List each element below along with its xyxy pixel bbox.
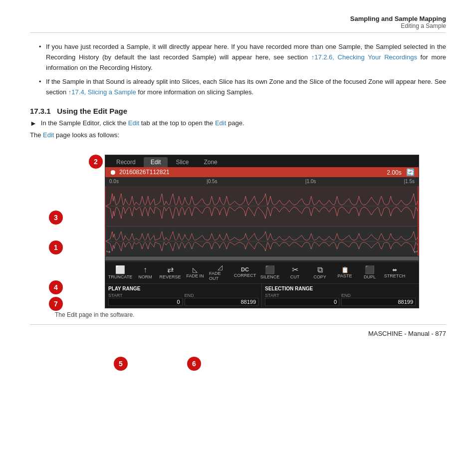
callout-4: 4 (49, 280, 63, 294)
copy-label: COPY (313, 274, 326, 279)
mark-0: 0.0s (109, 179, 119, 184)
truncate-label: TRUNCATE (108, 274, 132, 279)
waveform-svg-bottom: ↪ ↩ (105, 227, 419, 256)
callout-3: 3 (49, 211, 63, 225)
silence-btn[interactable]: ⬛ SILENCE (258, 265, 282, 280)
footer-text: MASCHINE - Manual - 877 (368, 330, 446, 337)
silence-icon: ⬛ (265, 266, 275, 274)
file-duration: 2.00s 🔄 (387, 168, 415, 176)
selection-range-label: SELECTION RANGE (265, 286, 416, 291)
play-range-fields: START 0 END 88199 (108, 293, 258, 306)
cut-label: CUT (290, 274, 300, 279)
silence-label: SILENCE (260, 274, 280, 279)
sel-end-value[interactable]: 88199 (341, 298, 416, 306)
mark-10: |1.0s (305, 179, 316, 184)
play-range-label: PLAY RANGE (108, 286, 258, 291)
editor-ui: Record Edit Slice Zone ⏺ 20160826T112821… (105, 155, 419, 308)
link-edit-page[interactable]: Edit (215, 119, 226, 127)
timeline-bar: 0.0s |0.5s |1.0s |1.5s (105, 177, 419, 186)
chapter-title: Sampling and Sample Mapping (30, 15, 446, 22)
truncate-btn[interactable]: ⬜ TRUNCATE (108, 265, 132, 280)
reverse-label: REVERSE (159, 274, 181, 279)
copy-btn[interactable]: ⧉ COPY (308, 265, 332, 280)
correct-btn[interactable]: DC CORRECT (233, 266, 257, 279)
svg-text:↩: ↩ (414, 249, 418, 254)
play-range-section: PLAY RANGE START 0 END 88199 (105, 284, 262, 308)
play-start-field: START 0 (108, 293, 183, 306)
callout-2: 2 (89, 155, 103, 169)
section-subtitle: Editing a Sample (30, 22, 446, 29)
link-edit-tab[interactable]: Edit (128, 119, 139, 127)
copy-icon: ⧉ (317, 266, 323, 274)
page: Sampling and Sample Mapping Editing a Sa… (0, 0, 476, 476)
tab-slice[interactable]: Slice (169, 157, 196, 167)
waveform-top (105, 186, 419, 226)
norm-icon: ↑ (143, 266, 147, 274)
sel-end-field: END 88199 (341, 293, 416, 306)
stretch-icon: ⬌ (392, 267, 397, 273)
correct-icon: DC (241, 267, 249, 272)
dupl-label: DUPL (364, 274, 376, 279)
scroll-thumb[interactable] (105, 256, 419, 260)
paste-icon: 📋 (341, 267, 349, 273)
fadein-icon: ◺ (193, 266, 198, 273)
correct-label: CORRECT (234, 273, 256, 278)
fadein-btn[interactable]: ◺ FADE IN (183, 265, 207, 279)
loop-icon: 🔄 (406, 168, 415, 176)
file-bar: ⏺ 20160826T112821 2.00s 🔄 (105, 167, 419, 177)
link-slicing[interactable]: ↑17.4, Slicing a Sample (68, 88, 136, 96)
link-recordings[interactable]: ↑17.2.6, Checking Your Recordings (311, 53, 417, 61)
page-header: Sampling and Sample Mapping Editing a Sa… (30, 15, 446, 33)
section-number: 17.3.1 (30, 107, 51, 115)
editor-section: 2 3 1 4 7 Record Edit Slice Zone ⏺ 20160… (55, 155, 446, 308)
ranges-bar: PLAY RANGE START 0 END 88199 SELECTION R… (105, 283, 419, 308)
toolbar: ⬜ TRUNCATE ↑ NORM ⇄ REVERSE ◺ FADE IN ◿ (105, 261, 419, 283)
arrow-icon: ► (30, 119, 37, 127)
link-edit-intro[interactable]: Edit (43, 131, 54, 139)
timeline-marks: 0.0s |0.5s |1.0s |1.5s (109, 179, 415, 184)
callout-5: 5 (114, 357, 128, 371)
instruction-text: In the Sample Editor, click the Edit tab… (41, 119, 244, 127)
cut-icon: ✂ (292, 266, 298, 274)
bullet-list: If you have just recorded a Sample, it w… (39, 42, 446, 98)
play-start-label: START (108, 293, 183, 298)
waveform-bottom: ↪ ↩ (105, 226, 419, 256)
mark-05: |0.5s (207, 179, 218, 184)
sel-end-label: END (341, 293, 416, 298)
tab-record[interactable]: Record (109, 157, 143, 167)
reverse-btn[interactable]: ⇄ REVERSE (158, 265, 182, 280)
norm-label: NORM (138, 274, 152, 279)
filename: 20160826T112821 (119, 169, 170, 176)
play-end-label: END (185, 293, 259, 298)
fadeout-btn[interactable]: ◿ FADE OUT (208, 263, 232, 282)
bullet-text2-after: for more information on slicing Samples. (136, 88, 254, 96)
callout-6: 6 (187, 357, 201, 371)
scroll-bar[interactable] (105, 256, 419, 261)
play-end-value[interactable]: 88199 (185, 298, 259, 306)
record-icon: ⏺ (109, 168, 116, 176)
list-item: If you have just recorded a Sample, it w… (39, 42, 446, 73)
callout-7: 7 (49, 297, 63, 311)
norm-btn[interactable]: ↑ NORM (133, 265, 157, 280)
sel-start-field: START 0 (265, 293, 339, 306)
list-item: If the Sample in that Sound is already s… (39, 77, 446, 98)
dupl-icon: ⬛ (365, 266, 375, 274)
fadein-label: FADE IN (186, 273, 204, 278)
tab-zone[interactable]: Zone (197, 157, 224, 167)
fadeout-icon: ◿ (218, 264, 223, 270)
waveform-svg-top (105, 186, 419, 226)
paste-btn[interactable]: 📋 PASTE (333, 266, 357, 279)
play-start-value[interactable]: 0 (108, 298, 183, 306)
page-footer: MASCHINE - Manual - 877 (30, 324, 446, 337)
dupl-btn[interactable]: ⬛ DUPL (358, 265, 382, 280)
sel-start-value[interactable]: 0 (265, 298, 339, 306)
tab-bar: Record Edit Slice Zone (105, 155, 419, 167)
cut-btn[interactable]: ✂ CUT (283, 265, 307, 280)
play-end-field: END 88199 (185, 293, 259, 306)
duration-value: 2.00s (387, 169, 401, 176)
reverse-icon: ⇄ (167, 266, 174, 274)
truncate-icon: ⬜ (115, 266, 125, 274)
tab-edit[interactable]: Edit (144, 157, 168, 167)
stretch-btn[interactable]: ⬌ STRETCH (383, 266, 407, 279)
sel-start-label: START (265, 293, 339, 298)
